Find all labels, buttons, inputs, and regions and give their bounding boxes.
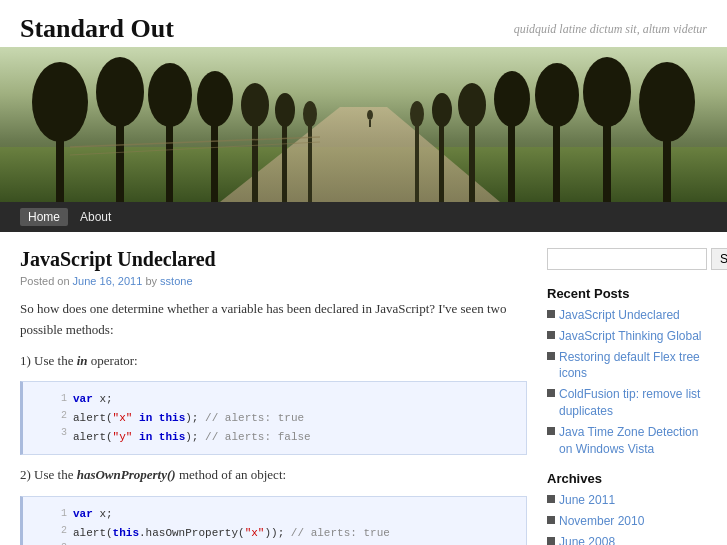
svg-rect-30 <box>415 114 419 202</box>
post-body: So how does one determine whether a vari… <box>20 299 527 545</box>
section1-suffix: operator: <box>88 353 138 368</box>
svg-rect-28 <box>439 110 444 202</box>
section2-header: 2) Use the hasOwnProperty() method of an… <box>20 465 527 486</box>
recent-posts-title: Recent Posts <box>547 286 707 301</box>
section2-suffix: method of an object: <box>176 467 286 482</box>
recent-post-link-5[interactable]: Java Time Zone Detection on Windows Vist… <box>559 424 707 458</box>
code-block-1: 1 var x; 2 alert("x" in this); // alerts… <box>20 381 527 455</box>
recent-post-link-3[interactable]: Restoring default Flex tree icons <box>559 349 707 383</box>
bullet-icon <box>547 516 555 524</box>
sidebar: Search Recent Posts JavaScript Undeclare… <box>547 248 707 545</box>
bullet-icon <box>547 427 555 435</box>
svg-rect-6 <box>116 92 124 202</box>
recent-post-4: ColdFusion tip: remove list duplicates <box>547 386 707 420</box>
archive-1: June 2011 <box>547 492 707 509</box>
content-area: JavaScript Undeclared Posted on June 16,… <box>20 248 527 545</box>
recent-post-2: JavaScript Thinking Global <box>547 328 707 345</box>
archives-section: Archives June 2011 November 2010 June 20… <box>547 471 707 545</box>
line-num-1-3: 3 <box>61 424 67 441</box>
bullet-icon <box>547 389 555 397</box>
post-title: JavaScript Undeclared <box>20 248 527 271</box>
recent-post-link-2[interactable]: JavaScript Thinking Global <box>559 328 702 345</box>
recent-post-link-1[interactable]: JavaScript Undeclared <box>559 307 680 324</box>
section1-header: 1) Use the in operator: <box>20 351 527 372</box>
section1-label: 1) Use the <box>20 353 77 368</box>
nav-about[interactable]: About <box>72 208 119 226</box>
bullet-icon <box>547 537 555 545</box>
svg-rect-4 <box>56 102 64 202</box>
archive-3: June 2008 <box>547 534 707 545</box>
recent-posts-section: Recent Posts JavaScript Undeclared JavaS… <box>547 286 707 457</box>
bullet-icon <box>547 495 555 503</box>
recent-post-link-4[interactable]: ColdFusion tip: remove list duplicates <box>559 386 707 420</box>
post-by: by <box>145 275 157 287</box>
line-num-1-2: 2 <box>61 407 67 424</box>
svg-rect-24 <box>508 99 515 202</box>
post-date-link[interactable]: June 16, 2011 <box>73 275 143 287</box>
svg-rect-22 <box>553 95 560 202</box>
post-meta: Posted on June 16, 2011 by sstone <box>20 275 527 287</box>
archive-2: November 2010 <box>547 513 707 530</box>
recent-post-1: JavaScript Undeclared <box>547 307 707 324</box>
section2-keyword: hasOwnProperty() <box>77 467 176 482</box>
post-author-link[interactable]: sstone <box>160 275 192 287</box>
svg-rect-20 <box>603 92 611 202</box>
code-1-line-2: alert("x" in this); // alerts: true <box>73 412 304 424</box>
archive-link-2[interactable]: November 2010 <box>559 513 644 530</box>
archive-link-3[interactable]: June 2008 <box>559 534 615 545</box>
banner-svg <box>0 47 727 202</box>
archives-title: Archives <box>547 471 707 486</box>
bullet-icon <box>547 331 555 339</box>
svg-rect-14 <box>282 110 287 202</box>
navigation: Home About <box>0 202 727 232</box>
bullet-icon <box>547 310 555 318</box>
svg-point-33 <box>367 110 373 120</box>
line-num-2-2: 2 <box>61 522 67 539</box>
main-area: JavaScript Undeclared Posted on June 16,… <box>0 232 727 545</box>
banner-background <box>0 47 727 202</box>
code-2-line-2: alert(this.hasOwnProperty("x")); // aler… <box>73 527 390 539</box>
search-input[interactable] <box>547 248 707 270</box>
svg-rect-8 <box>166 95 173 202</box>
banner-image <box>0 47 727 202</box>
header: Standard Out quidquid latine dictum sit,… <box>0 0 727 47</box>
code-1-line-1: var x; <box>73 393 113 405</box>
post-meta-prefix: Posted on <box>20 275 70 287</box>
recent-post-5: Java Time Zone Detection on Windows Vist… <box>547 424 707 458</box>
nav-home[interactable]: Home <box>20 208 68 226</box>
archive-link-1[interactable]: June 2011 <box>559 492 615 509</box>
recent-post-3: Restoring default Flex tree icons <box>547 349 707 383</box>
svg-rect-10 <box>211 99 218 202</box>
svg-rect-26 <box>469 105 475 202</box>
svg-rect-18 <box>663 102 671 202</box>
code-1-line-3: alert("y" in this); // alerts: false <box>73 431 311 443</box>
bullet-icon <box>547 352 555 360</box>
svg-rect-16 <box>308 114 312 202</box>
search-area: Search <box>547 248 707 270</box>
code-2-line-1: var x; <box>73 508 113 520</box>
line-num-1-1: 1 <box>61 390 67 407</box>
section1-keyword: in <box>77 353 88 368</box>
line-num-2-3: 3 <box>61 539 67 545</box>
post-intro: So how does one determine whether a vari… <box>20 299 527 341</box>
section2-label: 2) Use the <box>20 467 77 482</box>
svg-rect-34 <box>369 120 371 127</box>
search-button[interactable]: Search <box>711 248 727 270</box>
code-block-2: 1 var x; 2 alert(this.hasOwnProperty("x"… <box>20 496 527 545</box>
line-num-2-1: 1 <box>61 505 67 522</box>
svg-rect-12 <box>252 105 258 202</box>
